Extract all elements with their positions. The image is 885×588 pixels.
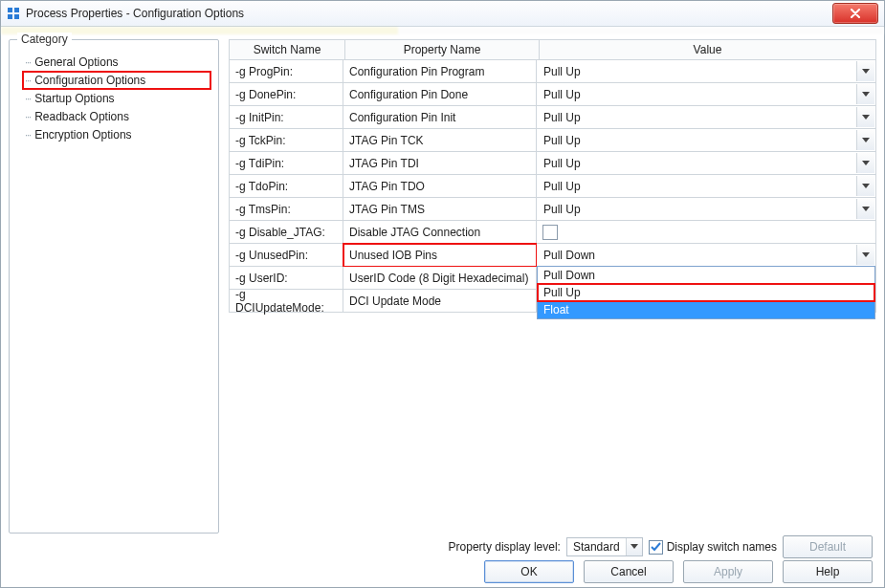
table-row: -g ProgPin:Configuration Pin ProgramPull… xyxy=(229,60,876,83)
switch-cell: -g ProgPin: xyxy=(229,60,343,83)
dialog-footer: Property display level: Standard Display… xyxy=(9,537,876,579)
value-checkbox[interactable] xyxy=(542,225,558,240)
category-legend: Category xyxy=(17,33,72,46)
property-cell: JTAG Pin TDI xyxy=(343,152,537,175)
close-button[interactable] xyxy=(832,3,878,24)
combo-option[interactable]: Pull Up xyxy=(538,284,874,301)
property-cell: Configuration Pin Done xyxy=(343,83,537,106)
category-item[interactable]: ···Startup Options xyxy=(23,90,210,107)
property-cell: Disable JTAG Connection xyxy=(343,221,537,244)
value-combo[interactable]: Pull Up xyxy=(538,153,874,173)
chevron-down-icon xyxy=(626,538,642,555)
table-row: -g TmsPin:JTAG Pin TMSPull Up xyxy=(229,198,876,221)
switch-cell: -g DonePin: xyxy=(229,83,343,106)
property-cell: UserID Code (8 Digit Hexadecimal) xyxy=(343,267,537,290)
value-cell: Pull Up xyxy=(537,83,876,106)
window-title: Process Properties - Configuration Optio… xyxy=(26,7,832,20)
properties-grid: Switch Name Property Name Value -g ProgP… xyxy=(229,39,876,534)
table-row: -g TdiPin:JTAG Pin TDIPull Up xyxy=(229,152,876,175)
category-item[interactable]: ···Readback Options xyxy=(23,108,210,125)
value-cell: Pull Up xyxy=(537,106,876,129)
switch-cell: -g Disable_JTAG: xyxy=(229,221,343,244)
ok-button[interactable]: OK xyxy=(484,560,574,583)
table-row: -g TdoPin:JTAG Pin TDOPull Up xyxy=(229,175,876,198)
value-combo[interactable]: Pull Down xyxy=(538,245,874,265)
switch-cell: -g TdoPin: xyxy=(229,175,343,198)
grid-body: -g ProgPin:Configuration Pin ProgramPull… xyxy=(229,60,876,313)
cancel-button[interactable]: Cancel xyxy=(584,560,674,583)
combo-value: Pull Up xyxy=(538,111,856,124)
table-row: -g Disable_JTAG:Disable JTAG Connection xyxy=(229,221,876,244)
display-switch-names-label: Display switch names xyxy=(667,540,777,554)
svg-rect-0 xyxy=(8,8,12,12)
switch-cell: -g UserID: xyxy=(229,267,343,290)
switch-cell: -g UnusedPin: xyxy=(229,244,343,267)
col-switch-header: Switch Name xyxy=(229,39,345,60)
tree-dots-icon: ··· xyxy=(25,93,31,104)
property-cell: Configuration Pin Program xyxy=(343,60,537,83)
property-cell: JTAG Pin TCK xyxy=(343,129,537,152)
value-combo[interactable]: Pull Up xyxy=(538,61,874,81)
property-cell: Unused IOB Pins xyxy=(343,244,537,267)
combo-option[interactable]: Float xyxy=(538,301,874,318)
category-label: General Options xyxy=(34,55,118,69)
display-level-value: Standard xyxy=(567,540,626,554)
combo-option[interactable]: Pull Down xyxy=(538,267,874,284)
value-cell xyxy=(537,221,876,244)
apply-button[interactable]: Apply xyxy=(683,560,773,583)
chevron-down-icon xyxy=(856,176,874,196)
category-item[interactable]: ···General Options xyxy=(23,54,210,71)
tree-dots-icon: ··· xyxy=(25,129,31,141)
switch-cell: -g TmsPin: xyxy=(229,198,343,221)
table-row: -g InitPin:Configuration Pin InitPull Up xyxy=(229,106,876,129)
switch-cell: -g TckPin: xyxy=(229,129,343,152)
tree-dots-icon: ··· xyxy=(25,56,31,68)
category-item[interactable]: ···Encryption Options xyxy=(23,126,210,143)
value-cell: Pull Up xyxy=(537,175,876,198)
footer-row-options: Property display level: Standard Display… xyxy=(9,537,876,556)
category-label: Startup Options xyxy=(34,92,114,105)
category-tree: ···General Options···Configuration Optio… xyxy=(17,54,210,143)
value-combo[interactable]: Pull Up xyxy=(538,176,874,196)
value-cell: Pull Up xyxy=(537,60,876,83)
category-item[interactable]: ···Configuration Options xyxy=(23,72,210,89)
app-icon xyxy=(7,7,20,20)
value-combo[interactable]: Pull Up xyxy=(538,84,874,104)
chevron-down-icon xyxy=(856,153,874,173)
checkbox-checked-icon xyxy=(649,540,663,555)
decorative-blur xyxy=(1,27,884,34)
value-combo[interactable]: Pull Up xyxy=(538,107,874,127)
chevron-down-icon xyxy=(856,245,874,265)
col-prop-header: Property Name xyxy=(345,39,540,60)
value-cell: Pull Up xyxy=(537,129,876,152)
value-combo[interactable]: Pull Up xyxy=(538,199,874,219)
property-cell: DCI Update Mode xyxy=(343,290,537,313)
display-switch-names-toggle[interactable]: Display switch names xyxy=(649,540,777,555)
category-label: Configuration Options xyxy=(34,74,145,87)
combo-value: Pull Up xyxy=(538,65,856,78)
tree-dots-icon: ··· xyxy=(25,111,31,122)
titlebar: Process Properties - Configuration Optio… xyxy=(1,1,884,27)
property-cell: JTAG Pin TDO xyxy=(343,175,537,198)
value-cell: Pull Up xyxy=(537,198,876,221)
help-button[interactable]: Help xyxy=(783,560,873,583)
chevron-down-icon xyxy=(856,107,874,127)
combo-value: Pull Up xyxy=(538,88,856,101)
table-row: -g TckPin:JTAG Pin TCKPull Up xyxy=(229,129,876,152)
col-value-header: Value xyxy=(540,39,876,60)
combo-dropdown[interactable]: Pull DownPull UpFloat xyxy=(537,266,875,319)
property-cell: Configuration Pin Init xyxy=(343,106,537,129)
content-area: Category ···General Options···Configurat… xyxy=(9,39,876,534)
chevron-down-icon xyxy=(856,84,874,104)
category-label: Readback Options xyxy=(34,110,129,123)
chevron-down-icon xyxy=(856,199,874,219)
value-combo[interactable]: Pull Up xyxy=(538,130,874,150)
default-button[interactable]: Default xyxy=(783,535,873,558)
switch-cell: -g DCIUpdateMode: xyxy=(229,290,343,313)
table-row: -g DonePin:Configuration Pin DonePull Up xyxy=(229,83,876,106)
process-properties-dialog: Process Properties - Configuration Optio… xyxy=(0,0,885,588)
svg-rect-3 xyxy=(14,14,19,19)
display-level-select[interactable]: Standard xyxy=(566,537,643,556)
table-row: -g UnusedPin:Unused IOB PinsPull DownPul… xyxy=(229,244,876,267)
combo-value: Pull Up xyxy=(538,203,856,216)
